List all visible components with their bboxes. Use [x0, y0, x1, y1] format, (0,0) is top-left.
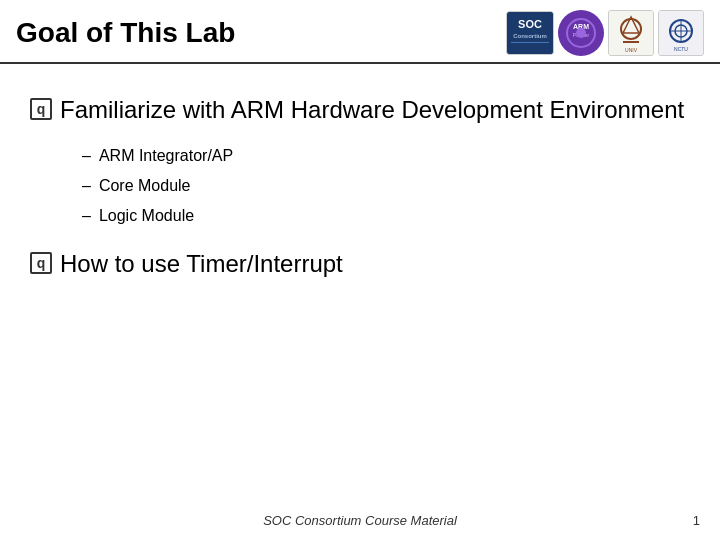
svg-rect-3: [511, 42, 549, 43]
purple-logo: ARM Partner: [558, 10, 604, 56]
university-logo-1: UNIV: [608, 10, 654, 56]
dash-icon-3: –: [82, 204, 91, 228]
slide-header: Goal of This Lab SOC Consortium ARM Part…: [0, 0, 720, 64]
bullet-text-1: Familiarize with ARM Hardware Developmen…: [60, 94, 684, 126]
sub-text-1: ARM Integrator/AP: [99, 144, 233, 168]
svg-point-8: [576, 28, 586, 38]
slide-title: Goal of This Lab: [16, 16, 235, 50]
checkbox-icon-1: q: [30, 98, 52, 120]
slide-footer: SOC Consortium Course Material: [0, 513, 720, 528]
slide-content: q Familiarize with ARM Hardware Developm…: [0, 64, 720, 319]
sub-text-2: Core Module: [99, 174, 191, 198]
sub-bullet-list: – ARM Integrator/AP – Core Module – Logi…: [82, 144, 690, 228]
svg-text:UNIV: UNIV: [625, 47, 638, 53]
svg-text:SOC: SOC: [518, 18, 542, 30]
bullet-text-2: How to use Timer/Interrupt: [60, 248, 343, 280]
dash-icon-2: –: [82, 174, 91, 198]
university-logo-2: NCTU: [658, 10, 704, 56]
sub-text-3: Logic Module: [99, 204, 194, 228]
footer-center-text: SOC Consortium Course Material: [263, 513, 457, 528]
sub-bullet-3: – Logic Module: [82, 204, 690, 228]
svg-text:Consortium: Consortium: [513, 33, 547, 39]
sub-bullet-2: – Core Module: [82, 174, 690, 198]
sub-bullet-1: – ARM Integrator/AP: [82, 144, 690, 168]
svg-text:NCTU: NCTU: [674, 46, 688, 52]
checkbox-icon-2: q: [30, 252, 52, 274]
slide: Goal of This Lab SOC Consortium ARM Part…: [0, 0, 720, 540]
dash-icon-1: –: [82, 144, 91, 168]
bullet-item-1: q Familiarize with ARM Hardware Developm…: [30, 94, 690, 126]
logos-area: SOC Consortium ARM Partner: [506, 10, 704, 56]
svg-rect-12: [623, 41, 639, 43]
soc-logo: SOC Consortium: [506, 11, 554, 55]
footer-page-number: 1: [693, 513, 700, 528]
bullet-item-2: q How to use Timer/Interrupt: [30, 248, 690, 280]
